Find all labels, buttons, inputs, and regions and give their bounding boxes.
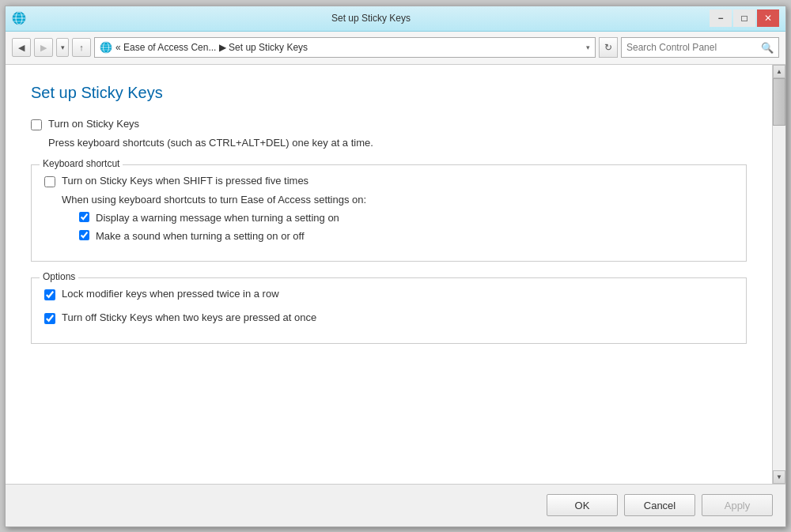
scroll-up-button[interactable]: ▲ — [773, 65, 785, 78]
addressbar: ◀ ▶ ▾ ↑ « Ease of Access Cen... ▶ Set up… — [6, 32, 785, 65]
refresh-button[interactable]: ↻ — [599, 37, 618, 58]
search-icon[interactable]: 🔍 — [761, 42, 774, 54]
options-legend: Options — [40, 271, 78, 282]
turn-on-row: Turn on Sticky Keys — [31, 118, 747, 130]
sound-row: Make a sound when turning a setting on o… — [79, 230, 733, 242]
lock-checkbox[interactable] — [44, 289, 55, 300]
scroll-thumb[interactable] — [773, 78, 785, 126]
search-box[interactable]: 🔍 — [621, 37, 779, 58]
page-title: Set up Sticky Keys — [31, 84, 747, 102]
warning-row: Display a warning message when turning a… — [79, 212, 733, 224]
content-area: Set up Sticky Keys Turn on Sticky Keys P… — [6, 65, 785, 484]
titlebar-buttons: − □ ✕ — [710, 9, 779, 27]
lock-label[interactable]: Lock modifier keys when pressed twice in… — [62, 288, 279, 300]
main-window: Set up Sticky Keys − □ ✕ ◀ ▶ ▾ ↑ « Ease … — [5, 6, 786, 527]
ok-button[interactable]: OK — [547, 494, 618, 516]
nav-dropdown-button[interactable]: ▾ — [56, 38, 69, 57]
description-text: Press keyboard shortcuts (such as CTRL+A… — [48, 137, 747, 149]
sound-checkbox[interactable] — [79, 230, 89, 240]
shortcut-label[interactable]: Turn on Sticky Keys when SHIFT is presse… — [62, 175, 308, 187]
turn-on-label[interactable]: Turn on Sticky Keys — [48, 118, 139, 130]
address-globe-icon — [100, 41, 112, 54]
up-button[interactable]: ↑ — [72, 38, 91, 57]
ease-note: When using keyboard shortcuts to turn Ea… — [62, 194, 733, 206]
window-title: Set up Sticky Keys — [32, 13, 710, 24]
address-chevron-icon: ▾ — [586, 43, 590, 51]
keyboard-shortcut-section: Keyboard shortcut Turn on Sticky Keys wh… — [31, 164, 747, 262]
scroll-track — [773, 78, 785, 470]
options-section: Options Lock modifier keys when pressed … — [31, 277, 747, 344]
address-box[interactable]: « Ease of Access Cen... ▶ Set up Sticky … — [94, 37, 596, 58]
shortcut-checkbox-row: Turn on Sticky Keys when SHIFT is presse… — [44, 175, 733, 187]
address-path: « Ease of Access Cen... ▶ Set up Sticky … — [115, 42, 583, 53]
window-icon — [12, 11, 26, 25]
keyboard-shortcut-legend: Keyboard shortcut — [40, 158, 123, 169]
turnoff-row: Turn off Sticky Keys when two keys are p… — [44, 311, 733, 324]
scroll-down-button[interactable]: ▼ — [773, 470, 785, 484]
minimize-button[interactable]: − — [710, 9, 732, 27]
cancel-button[interactable]: Cancel — [624, 494, 695, 516]
turnoff-checkbox[interactable] — [44, 313, 55, 324]
close-button[interactable]: ✕ — [757, 9, 779, 27]
search-input[interactable] — [626, 42, 758, 53]
scrollbar[interactable]: ▲ ▼ — [772, 65, 785, 484]
maximize-button[interactable]: □ — [733, 9, 755, 27]
turn-on-checkbox[interactable] — [31, 119, 42, 130]
warning-checkbox[interactable] — [79, 212, 89, 222]
sound-label[interactable]: Make a sound when turning a setting on o… — [96, 230, 305, 242]
apply-button[interactable]: Apply — [702, 494, 773, 516]
back-button[interactable]: ◀ — [12, 38, 31, 57]
shift-shortcut-checkbox[interactable] — [44, 176, 55, 187]
turnoff-label[interactable]: Turn off Sticky Keys when two keys are p… — [62, 311, 316, 323]
forward-button[interactable]: ▶ — [34, 38, 53, 57]
warning-label[interactable]: Display a warning message when turning a… — [96, 212, 339, 224]
titlebar: Set up Sticky Keys − □ ✕ — [6, 6, 785, 32]
footer: OK Cancel Apply — [6, 484, 785, 526]
main-content: Set up Sticky Keys Turn on Sticky Keys P… — [6, 65, 772, 484]
lock-row: Lock modifier keys when pressed twice in… — [44, 288, 733, 300]
